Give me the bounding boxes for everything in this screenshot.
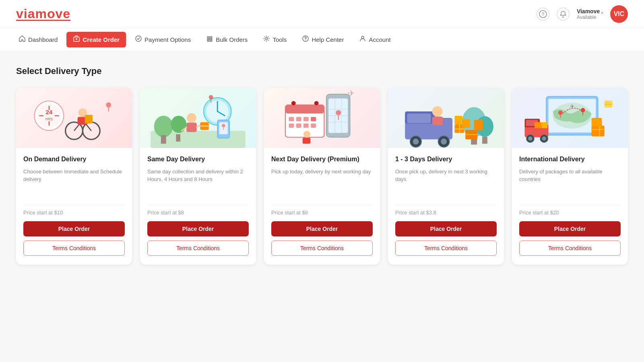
international-terms-button[interactable]: Terms Conditions: [519, 241, 621, 256]
svg-rect-60: [285, 105, 324, 113]
svg-text:?: ?: [542, 12, 545, 17]
svg-point-38: [187, 113, 196, 123]
same-day-place-order-button[interactable]: Place Order: [147, 221, 249, 237]
card-same-day: Same Day Delivery Same day collection an…: [140, 88, 256, 265]
sidebar-item-help-center[interactable]: Help Center: [295, 32, 350, 47]
svg-point-71: [303, 131, 310, 138]
international-body: International Delivery Delivery of packa…: [512, 148, 628, 200]
svg-rect-77: [482, 137, 487, 144]
svg-point-98: [558, 111, 563, 115]
on-demand-title: On Demand Delivery: [23, 155, 125, 164]
svg-rect-117: [605, 104, 612, 105]
one-three-days-divider: [395, 205, 497, 206]
international-place-order-button[interactable]: Place Order: [519, 221, 621, 237]
sidebar-item-tools[interactable]: Tools: [256, 32, 293, 47]
svg-rect-84: [407, 113, 431, 123]
svg-rect-67: [289, 123, 294, 128]
user-info: Viamove . Available: [577, 8, 603, 20]
svg-rect-4: [207, 37, 212, 38]
nav: Dashboard Create Order Payment Options B…: [0, 28, 644, 51]
on-demand-buttons: Place Order Terms Conditions: [16, 221, 132, 256]
question-icon: [302, 35, 309, 44]
svg-rect-93: [465, 134, 477, 135]
next-day-desc: Pick up today, delivery by next working …: [271, 168, 373, 200]
one-three-days-illustration: [388, 88, 504, 148]
on-demand-illustration: 24 HRS: [16, 88, 132, 148]
person-icon: [359, 35, 366, 44]
next-day-title: Next Day Delivery (Premium): [271, 155, 373, 164]
svg-rect-91: [432, 117, 443, 125]
svg-rect-69: [303, 123, 309, 128]
on-demand-terms-button[interactable]: Terms Conditions: [23, 241, 125, 256]
svg-rect-72: [303, 138, 310, 144]
one-three-days-price: Price start at $3.8: [395, 210, 497, 216]
help-icon[interactable]: ?: [537, 8, 549, 21]
on-demand-place-order-button[interactable]: Place Order: [23, 221, 125, 237]
same-day-price: Price start at $8: [147, 210, 249, 216]
svg-rect-39: [186, 123, 197, 132]
on-demand-price: Price start at $10: [23, 210, 125, 216]
international-illustration: ✈: [512, 88, 628, 148]
header: viamove ? Viamove . Available VIC: [0, 0, 644, 28]
svg-point-90: [432, 106, 443, 117]
one-three-days-body: 1 - 3 Days Delivery Once pick up, delive…: [388, 148, 504, 200]
one-three-days-place-order-button[interactable]: Place Order: [395, 221, 497, 237]
svg-point-44: [209, 95, 213, 99]
svg-point-100: [581, 108, 585, 112]
notification-bell-icon[interactable]: [557, 8, 570, 21]
next-day-place-order-button[interactable]: Place Order: [271, 221, 373, 237]
svg-point-32: [171, 116, 187, 133]
same-day-buttons: Place Order Terms Conditions: [140, 221, 256, 256]
sidebar-item-payment-options[interactable]: Payment Options: [128, 32, 197, 47]
svg-point-30: [154, 116, 173, 138]
svg-point-48: [222, 124, 225, 128]
svg-rect-94: [474, 120, 483, 130]
svg-point-57: [336, 110, 341, 115]
sidebar-item-account[interactable]: Account: [353, 32, 397, 47]
card-one-three-days: 1 - 3 Days Delivery Once pick up, delive…: [388, 88, 504, 265]
card-on-demand: 24 HRS: [16, 88, 132, 265]
international-divider: [519, 205, 621, 206]
logo[interactable]: viamove: [16, 6, 70, 21]
svg-rect-114: [599, 125, 600, 136]
svg-rect-113: [592, 129, 605, 130]
svg-rect-31: [161, 135, 166, 144]
one-three-days-terms-button[interactable]: Terms Conditions: [395, 241, 497, 256]
check-circle-icon: [135, 35, 142, 44]
section-title: Select Delivery Type: [16, 66, 628, 76]
sidebar-item-dashboard[interactable]: Dashboard: [12, 32, 64, 47]
header-right: ? Viamove . Available VIC: [537, 5, 628, 23]
sidebar-item-bulk-orders[interactable]: Bulk Orders: [200, 32, 254, 47]
svg-rect-6: [207, 40, 212, 41]
svg-rect-89: [462, 119, 470, 128]
avatar[interactable]: VIC: [610, 5, 628, 23]
international-price: Price start at $20: [519, 210, 621, 216]
home-icon: [19, 35, 26, 44]
card-next-day: ✈ Next Day Delivery (Premium) Pick up to…: [264, 88, 380, 265]
main-content: Select Delivery Type 24 HRS: [0, 51, 644, 281]
svg-point-62: [314, 101, 319, 105]
svg-point-10: [361, 36, 364, 39]
gear-icon: [263, 35, 270, 44]
svg-rect-88: [454, 116, 462, 124]
next-day-buttons: Place Order Terms Conditions: [264, 221, 380, 256]
card-international: ✈: [512, 88, 628, 265]
svg-point-83: [441, 138, 447, 144]
svg-rect-115: [592, 118, 602, 126]
next-day-terms-button[interactable]: Terms Conditions: [271, 241, 373, 256]
international-title: International Delivery: [519, 155, 621, 164]
same-day-terms-button[interactable]: Terms Conditions: [147, 241, 249, 256]
one-three-days-title: 1 - 3 Days Delivery: [395, 155, 497, 164]
svg-rect-33: [176, 134, 180, 142]
next-day-body: Next Day Delivery (Premium) Pick up toda…: [264, 148, 380, 200]
svg-rect-66: [311, 117, 316, 121]
svg-text:HRS: HRS: [45, 117, 53, 121]
same-day-title: Same Day Delivery: [147, 155, 249, 164]
same-day-desc: Same day collection and delivery within …: [147, 168, 249, 200]
svg-rect-26: [85, 115, 93, 123]
svg-point-7: [266, 38, 268, 40]
next-day-divider: [271, 205, 373, 206]
svg-point-109: [542, 136, 546, 141]
sidebar-item-create-order[interactable]: Create Order: [66, 32, 126, 47]
svg-rect-87: [459, 124, 460, 133]
